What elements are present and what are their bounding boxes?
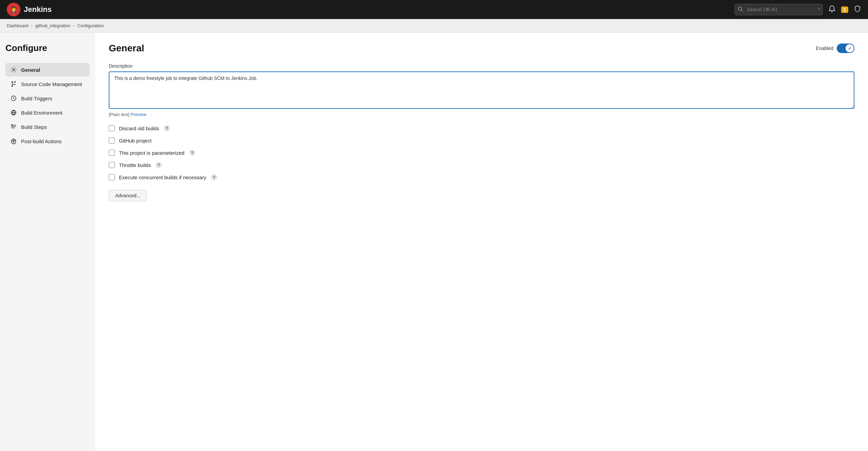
throttle-builds-label: Throttle builds	[119, 162, 151, 168]
section-title: General	[109, 43, 144, 54]
breadcrumb: Dashboard › github_integration › Configu…	[0, 19, 868, 33]
jenkins-logo: 🤵	[7, 3, 20, 16]
shield-icon	[854, 5, 861, 14]
fork-icon	[10, 81, 17, 87]
checkbox-item-concurrent-builds: Execute concurrent builds if necessary ?	[109, 174, 854, 180]
sidebar: Configure General So	[0, 33, 95, 451]
enabled-label: Enabled	[816, 46, 833, 51]
sidebar-item-build-environment[interactable]: Build Environment	[5, 106, 90, 119]
svg-text:🤵: 🤵	[10, 6, 18, 13]
clock-icon	[10, 95, 17, 102]
svg-point-4	[13, 69, 15, 71]
main-content: General Enabled ✓ Description This is a …	[95, 33, 868, 451]
search-input[interactable]	[734, 4, 823, 15]
header-right: ? 1	[734, 4, 861, 15]
header-left: 🤵 Jenkins	[7, 3, 52, 16]
text-format-hint: [Plain text] Preview	[109, 112, 854, 117]
throttle-builds-help-icon[interactable]: ?	[156, 162, 162, 168]
checkbox-item-parameterized: This project is parameterized ?	[109, 150, 854, 156]
breadcrumb-current: Configuration	[77, 23, 104, 28]
sidebar-item-general-label: General	[21, 67, 40, 73]
description-textarea[interactable]: This is a demo freestyle job to integrat…	[109, 71, 854, 109]
svg-point-6	[15, 82, 16, 83]
parameterized-label: This project is parameterized	[119, 150, 185, 156]
search-container: ?	[734, 4, 823, 15]
checkbox-item-github-project: GitHub project	[109, 137, 854, 144]
parameterized-checkbox[interactable]	[109, 150, 115, 156]
svg-point-5	[12, 82, 13, 83]
concurrent-builds-label: Execute concurrent builds if necessary	[119, 174, 206, 180]
globe-icon	[10, 109, 17, 116]
svg-point-7	[12, 86, 13, 87]
advanced-button[interactable]: Advanced...	[109, 190, 147, 201]
sidebar-item-general[interactable]: General	[5, 63, 90, 77]
breadcrumb-sep-2: ›	[73, 23, 74, 28]
section-header: General Enabled ✓	[109, 43, 854, 54]
notification-icon[interactable]	[828, 5, 836, 14]
plain-text-label: [Plain text]	[109, 112, 129, 117]
checkbox-group: Discard old builds ? GitHub project This…	[109, 125, 854, 180]
throttle-builds-checkbox[interactable]	[109, 162, 115, 168]
concurrent-builds-help-icon[interactable]: ?	[211, 174, 217, 180]
breadcrumb-sep-1: ›	[31, 23, 33, 28]
sidebar-item-build-steps[interactable]: Build Steps	[5, 120, 90, 134]
app-title: Jenkins	[24, 5, 52, 14]
enabled-container: Enabled ✓	[816, 44, 854, 53]
sidebar-item-post-build[interactable]: Post-build Actions	[5, 134, 90, 148]
sidebar-item-scm[interactable]: Source Code Management	[5, 77, 90, 91]
github-project-label: GitHub project	[119, 138, 152, 144]
concurrent-builds-checkbox[interactable]	[109, 174, 115, 180]
breadcrumb-job[interactable]: github_integration	[35, 23, 70, 28]
header: 🤵 Jenkins ? 1	[0, 0, 868, 19]
enabled-toggle[interactable]: ✓	[837, 44, 854, 53]
sidebar-item-build-triggers-label: Build Triggers	[21, 96, 52, 101]
discard-old-builds-checkbox[interactable]	[109, 125, 115, 131]
toggle-check-icon: ✓	[848, 46, 852, 51]
preview-link[interactable]: Preview	[131, 112, 146, 117]
breadcrumb-dashboard[interactable]: Dashboard	[7, 23, 29, 28]
box-icon	[10, 138, 17, 145]
sidebar-item-build-steps-label: Build Steps	[21, 124, 47, 130]
main-container: Configure General So	[0, 33, 868, 451]
notification-badge[interactable]: 1	[841, 6, 848, 13]
discard-old-builds-label: Discard old builds	[119, 126, 159, 131]
sidebar-item-post-build-label: Post-build Actions	[21, 138, 62, 144]
description-label: Description	[109, 63, 854, 69]
sidebar-item-scm-label: Source Code Management	[21, 81, 82, 87]
sidebar-item-build-environment-label: Build Environment	[21, 110, 63, 116]
list-icon	[10, 123, 17, 130]
github-project-checkbox[interactable]	[109, 137, 115, 144]
checkbox-item-discard-old-builds: Discard old builds ?	[109, 125, 854, 131]
sidebar-configure-title: Configure	[5, 43, 90, 53]
discard-old-builds-help-icon[interactable]: ?	[164, 125, 170, 131]
checkbox-item-throttle-builds: Throttle builds ?	[109, 162, 854, 168]
search-help-icon[interactable]: ?	[817, 7, 820, 12]
parameterized-help-icon[interactable]: ?	[189, 150, 195, 156]
toggle-knob: ✓	[846, 44, 854, 52]
gear-icon	[10, 66, 17, 73]
sidebar-item-build-triggers[interactable]: Build Triggers	[5, 91, 90, 105]
